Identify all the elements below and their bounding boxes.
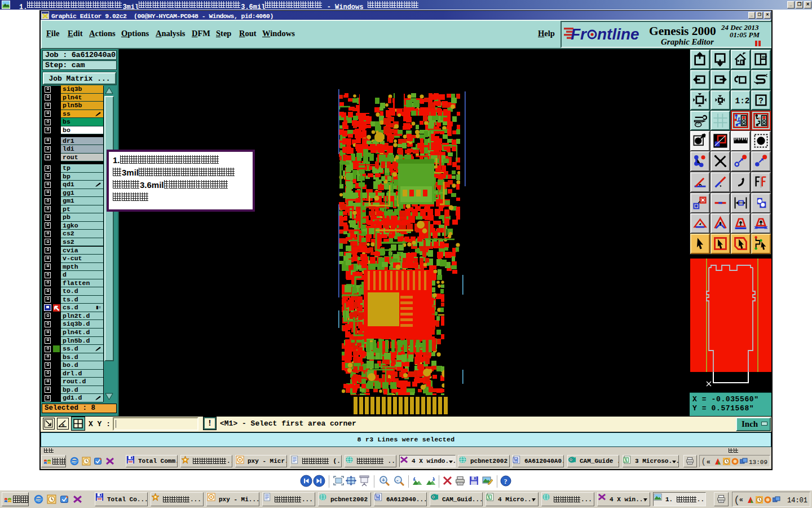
svg-text:MW: MW: [762, 55, 767, 59]
svg-text:ntline: ntline: [597, 25, 639, 43]
svg-text:-: -: [396, 477, 398, 483]
svg-text:?: ?: [758, 96, 764, 105]
svg-text:X: X: [487, 495, 491, 500]
svg-text:1:2: 1:2: [735, 97, 749, 106]
svg-text:W: W: [376, 495, 380, 500]
svg-text:+: +: [382, 477, 385, 483]
svg-text:X: X: [624, 458, 628, 463]
svg-text:Fr: Fr: [571, 25, 588, 43]
svg-text:W: W: [514, 458, 518, 463]
svg-text:88: 88: [758, 117, 761, 120]
svg-text:?: ?: [504, 478, 508, 485]
svg-text:a: a: [62, 423, 64, 427]
